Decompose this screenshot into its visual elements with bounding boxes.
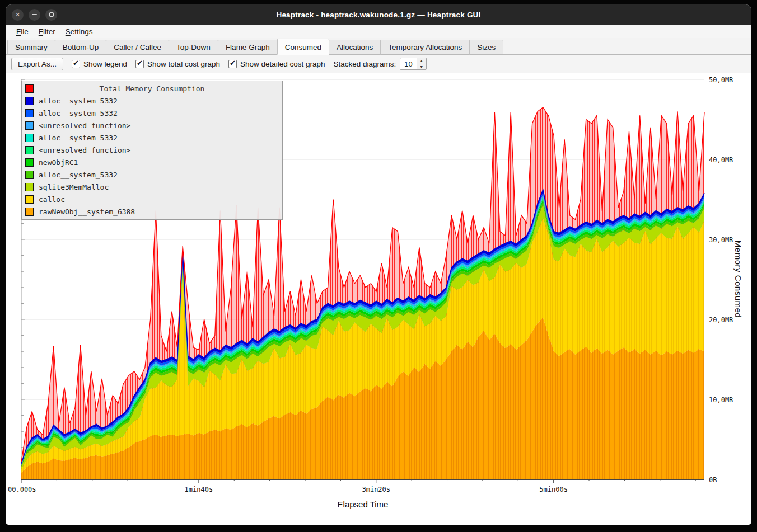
spinbox-value: 10 [400, 58, 416, 69]
export-as-button[interactable]: Export As... [11, 58, 63, 70]
tab-bar: Summary Bottom-Up Caller / Callee Top-Do… [6, 38, 751, 55]
y-tick-label: 40,0MB [709, 156, 733, 164]
spin-buttons: ▲ ▼ [417, 58, 426, 69]
legend-swatch [25, 158, 34, 167]
legend-label: calloc [39, 195, 65, 204]
legend-label: sqlite3MemMalloc [39, 183, 109, 191]
legend-swatch [25, 183, 34, 191]
legend-row: alloc__system_5332 [22, 131, 282, 144]
legend-row: alloc__system_5332 [22, 107, 282, 119]
legend-swatch [25, 134, 34, 142]
legend-swatch [25, 195, 34, 204]
legend-swatch [25, 109, 34, 117]
legend-swatch [25, 208, 34, 216]
menubar-item-settings[interactable]: Settings [60, 26, 98, 37]
tab-consumed[interactable]: Consumed [277, 39, 329, 55]
tab-summary[interactable]: Summary [7, 40, 55, 55]
x-tick-label: 5min00s [539, 486, 568, 493]
window-title: Heaptrack - heaptrack.wakunode.1.gz — He… [6, 11, 751, 19]
tab-allocations[interactable]: Allocations [329, 40, 381, 55]
checkbox-label: Show total cost graph [147, 60, 220, 68]
stacked-diagrams-control: Stacked diagrams: 10 ▲ ▼ [334, 58, 427, 70]
y-tick-label: 50,0MB [709, 76, 733, 84]
legend-row: <unresolved function> [22, 144, 282, 156]
y-tick-label: 0B [709, 476, 717, 484]
legend-label: alloc__system_5332 [39, 109, 118, 117]
y-axis-title: Memory Consumed [733, 241, 743, 318]
checkbox-label: Show detailed cost graph [240, 60, 325, 68]
toolbar: Export As... ✔ Show legend ✔ Show total … [6, 55, 751, 73]
consumed-chart-area: 00.000s1min40s3min20s5min00s0B10,0MB20,0… [6, 73, 751, 525]
legend-swatch [25, 146, 34, 154]
tab-bottom-up[interactable]: Bottom-Up [55, 40, 107, 55]
y-tick-label: 20,0MB [709, 316, 733, 324]
y-tick-label: 10,0MB [709, 396, 733, 404]
legend-row: sqlite3MemMalloc [22, 181, 282, 193]
legend-swatch [25, 97, 34, 105]
close-icon: ✕ [15, 12, 20, 18]
legend-row: alloc__system_5332 [22, 168, 282, 181]
spin-down-button[interactable]: ▼ [417, 64, 426, 70]
legend-row: calloc [22, 193, 282, 205]
check-icon: ✔ [73, 59, 79, 67]
legend-title: Total Memory Consumption [39, 84, 265, 93]
y-tick-label: 30,0MB [709, 236, 733, 244]
show-detailed-cost-checkbox[interactable]: ✔ Show detailed cost graph [228, 60, 325, 68]
checkbox-box: ✔ [228, 60, 237, 68]
legend-row: newObjRC1 [22, 156, 282, 168]
legend-swatch-total [25, 84, 34, 93]
legend-swatch [25, 171, 34, 179]
legend-label: <unresolved function> [39, 146, 130, 154]
legend-label: alloc__system_5332 [39, 134, 118, 142]
window-controls: ✕ [12, 4, 57, 25]
legend-row: rawNewObj__system_6388 [22, 205, 282, 218]
checkbox-box: ✔ [72, 60, 80, 68]
legend-row: <unresolved function> [22, 119, 282, 131]
spin-up-button[interactable]: ▲ [417, 58, 426, 64]
legend-label: newObjRC1 [39, 158, 78, 167]
x-axis-title: Elapsed Time [6, 500, 720, 509]
show-total-cost-checkbox[interactable]: ✔ Show total cost graph [135, 60, 220, 68]
heaptrack-window: ✕ Heaptrack - heaptrack.wakunode.1.gz — … [6, 4, 751, 525]
maximize-button[interactable] [45, 9, 57, 21]
show-legend-checkbox[interactable]: ✔ Show legend [72, 60, 127, 68]
chart-legend: Total Memory Consumptionalloc__system_53… [21, 81, 283, 220]
menubar-item-filter[interactable]: Filter [34, 26, 60, 37]
maximize-icon [49, 12, 54, 17]
legend-swatch [25, 121, 34, 130]
legend-label: alloc__system_5332 [39, 97, 118, 105]
titlebar[interactable]: ✕ Heaptrack - heaptrack.wakunode.1.gz — … [6, 4, 751, 25]
checkbox-box: ✔ [135, 60, 144, 68]
x-tick-label: 3min20s [362, 486, 390, 493]
stacked-diagrams-spinbox[interactable]: 10 ▲ ▼ [400, 58, 426, 70]
legend-label: alloc__system_5332 [39, 171, 118, 179]
tab-top-down[interactable]: Top-Down [169, 40, 218, 55]
menubar: FileFilterSettings [6, 25, 751, 38]
tab-caller-callee[interactable]: Caller / Callee [106, 40, 169, 55]
checkbox-label: Show legend [83, 60, 127, 68]
menubar-item-file[interactable]: File [11, 26, 34, 37]
legend-row: alloc__system_5332 [22, 95, 282, 107]
tab-temporary-allocations[interactable]: Temporary Allocations [380, 40, 470, 55]
close-button[interactable]: ✕ [12, 9, 24, 21]
x-tick-label: 1min40s [185, 486, 213, 493]
check-icon: ✔ [230, 59, 236, 67]
minimize-button[interactable] [29, 9, 40, 21]
stacked-diagrams-label: Stacked diagrams: [334, 60, 396, 68]
check-icon: ✔ [137, 59, 143, 67]
legend-label: rawNewObj__system_6388 [39, 208, 135, 216]
tab-sizes[interactable]: Sizes [469, 40, 503, 55]
x-tick-label: 00.000s [8, 486, 36, 493]
legend-title-row: Total Memory Consumption [22, 82, 282, 95]
tab-flame-graph[interactable]: Flame Graph [218, 40, 278, 55]
minimize-icon [32, 14, 37, 15]
legend-label: <unresolved function> [39, 121, 130, 130]
